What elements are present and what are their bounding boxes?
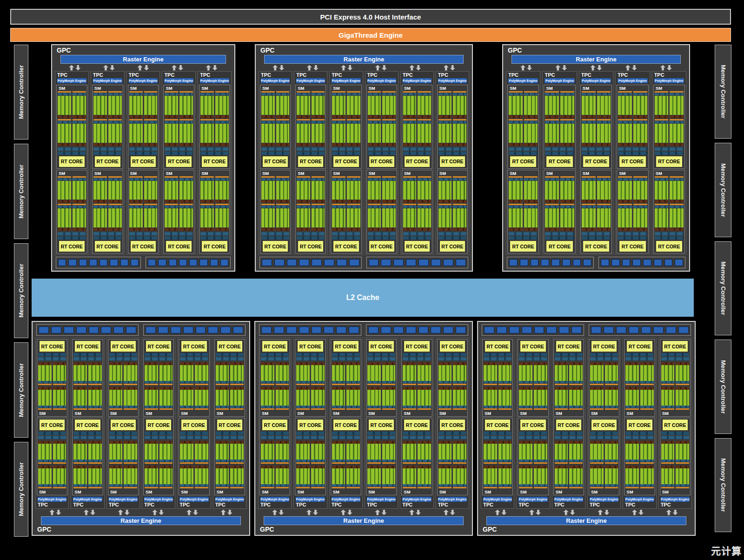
cuda-core-array bbox=[418, 96, 431, 115]
orange-strip bbox=[297, 91, 310, 93]
orange-strip bbox=[555, 462, 568, 464]
sm-label: SM bbox=[555, 410, 583, 416]
arrow-down-icon bbox=[604, 510, 609, 515]
blue-strip bbox=[109, 381, 123, 383]
core-group bbox=[230, 440, 244, 464]
sm-label: SM bbox=[438, 410, 466, 416]
blue-strip bbox=[368, 232, 396, 235]
blue-strip bbox=[261, 236, 289, 240]
tpc-column: TPCPolyMorph EngineSMRT CORESMRT CORE bbox=[587, 338, 621, 509]
sm-subpartition bbox=[129, 176, 143, 232]
brown-strip bbox=[58, 143, 71, 146]
cuda-core-array bbox=[403, 390, 416, 406]
cuda-core-array bbox=[382, 124, 396, 143]
sm-subpartition bbox=[230, 440, 244, 489]
l2-cache-bar: L2 Cache bbox=[32, 279, 694, 317]
blue-strip bbox=[453, 460, 466, 462]
blue-strip bbox=[509, 232, 538, 235]
orange-strip bbox=[661, 408, 675, 410]
sm-subpartition bbox=[297, 91, 310, 147]
orange-strip bbox=[569, 462, 583, 464]
cuda-core-array bbox=[555, 365, 568, 381]
tpc-label: TPC bbox=[617, 72, 648, 78]
orange-strip bbox=[640, 408, 654, 410]
core-group bbox=[88, 362, 102, 386]
cuda-core-array bbox=[560, 124, 574, 143]
sm-block: SMRT CORE bbox=[37, 418, 67, 495]
cuda-core-array bbox=[560, 96, 574, 115]
blue-strip bbox=[403, 436, 431, 439]
brown-strip bbox=[655, 200, 669, 203]
sm-subpartition bbox=[670, 91, 684, 147]
brown-strip bbox=[215, 115, 229, 118]
cuda-core-array bbox=[346, 365, 360, 381]
sm-subpartition bbox=[670, 176, 684, 232]
cuda-core-array bbox=[200, 96, 214, 115]
brown-strip bbox=[418, 115, 431, 118]
raster-tpc-arrows-row bbox=[58, 65, 229, 71]
cuda-core-array bbox=[605, 390, 618, 406]
blue-strip bbox=[555, 353, 583, 356]
cuda-core-array bbox=[403, 96, 417, 115]
core-group bbox=[534, 362, 547, 386]
blue-strip bbox=[484, 460, 497, 462]
arrow-up-icon bbox=[529, 510, 534, 515]
brown-strip bbox=[560, 115, 574, 118]
memory-bus-segment bbox=[497, 327, 507, 333]
memory-bus-segment bbox=[208, 327, 218, 333]
blue-strip bbox=[180, 357, 208, 360]
core-group bbox=[560, 119, 574, 146]
sm-core-area bbox=[165, 91, 193, 147]
orange-strip bbox=[216, 462, 229, 464]
blue-strip bbox=[403, 152, 431, 155]
orange-strip bbox=[367, 462, 381, 464]
blue-strip bbox=[332, 178, 345, 180]
orange-strip bbox=[403, 204, 417, 205]
blue-strip bbox=[368, 178, 381, 180]
blue-strip bbox=[215, 206, 229, 208]
sm-label: SM bbox=[484, 489, 512, 495]
sm-core-area bbox=[58, 176, 86, 232]
brown-strip bbox=[165, 200, 178, 203]
cuda-core-array bbox=[438, 96, 452, 115]
sm-block: SMRT CORE bbox=[331, 85, 361, 169]
orange-strip bbox=[633, 91, 647, 93]
blue-strip bbox=[346, 406, 360, 408]
blue-strip bbox=[633, 206, 647, 208]
rt-core-bar: RT CORE bbox=[556, 340, 582, 352]
brown-strip bbox=[297, 143, 310, 146]
memory-bus-group bbox=[259, 257, 362, 268]
sm-label: SM bbox=[38, 410, 66, 416]
memory-bus-segment bbox=[336, 327, 346, 333]
sm-block: SMRT CORE bbox=[401, 339, 432, 417]
sm-block: SMRT CORE bbox=[518, 418, 548, 495]
core-group bbox=[276, 204, 290, 231]
cuda-core-array bbox=[555, 390, 568, 406]
blue-strip bbox=[403, 178, 417, 180]
core-group bbox=[93, 91, 107, 118]
memory-bus-segment bbox=[337, 259, 347, 266]
blue-strip bbox=[165, 147, 193, 151]
blue-strip bbox=[312, 121, 325, 123]
cuda-core-array bbox=[346, 444, 360, 460]
blue-strip bbox=[165, 232, 193, 235]
rt-core-bar: RT CORE bbox=[74, 340, 100, 352]
blue-strip bbox=[633, 93, 647, 95]
blue-strip bbox=[418, 178, 431, 180]
core-group bbox=[332, 91, 345, 118]
cuda-core-array bbox=[73, 390, 87, 406]
core-group bbox=[605, 387, 618, 410]
core-group bbox=[676, 440, 689, 464]
cuda-core-array bbox=[640, 468, 654, 484]
arrow-up-icon bbox=[375, 65, 380, 71]
core-group bbox=[618, 204, 632, 231]
polymorph-engine-bar: PolyMorph Engine bbox=[625, 497, 654, 502]
raster-tpc-arrows-row bbox=[261, 65, 466, 71]
core-group bbox=[297, 204, 310, 231]
blue-strip bbox=[332, 381, 345, 383]
orange-strip bbox=[124, 487, 137, 488]
memory-bus-segment bbox=[171, 327, 181, 333]
orange-strip bbox=[58, 91, 71, 93]
orange-strip bbox=[109, 462, 123, 464]
memory-controller-label: Memory Controller bbox=[18, 462, 25, 516]
